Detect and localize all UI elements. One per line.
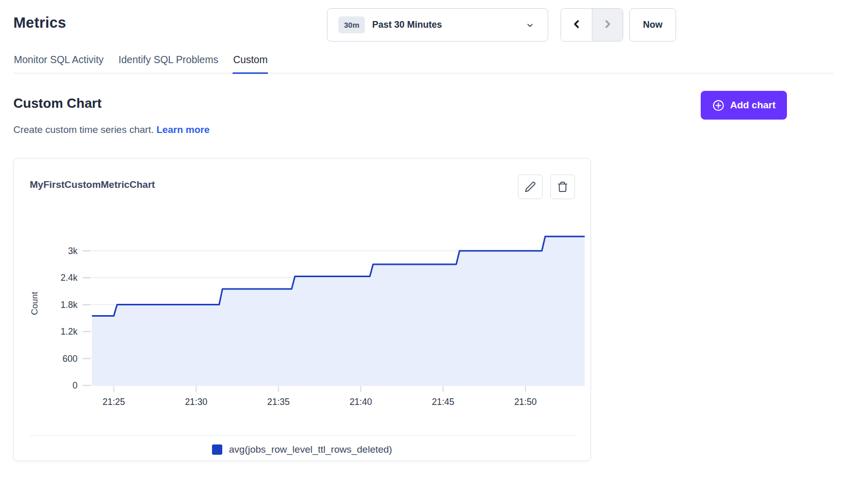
- x-tick-label: 21:35: [267, 397, 290, 407]
- x-tick-label: 21:40: [350, 397, 372, 407]
- section-title: Custom Chart: [13, 95, 102, 111]
- y-tick-label: 1.2k: [61, 326, 78, 337]
- tab-identify-sql-problems[interactable]: Identify SQL Problems: [118, 52, 219, 73]
- edit-chart-button[interactable]: [518, 175, 543, 199]
- metrics-page: Metrics 30m Past 30 Minutes Now Monitor …: [0, 0, 847, 504]
- legend-swatch: [212, 444, 222, 455]
- chevron-left-icon: [570, 18, 583, 32]
- add-chart-button[interactable]: Add chart: [701, 91, 787, 120]
- y-tick-label: 2.4k: [61, 273, 78, 283]
- x-tick-label: 21:50: [514, 397, 537, 407]
- previous-range-button[interactable]: [561, 9, 592, 41]
- trash-icon: [557, 181, 568, 192]
- chart-legend: avg(jobs_row_level_ttl_rows_deleted): [14, 444, 590, 455]
- time-step-button-group: [561, 8, 623, 42]
- x-tick-label: 21:30: [185, 397, 207, 407]
- time-range-label: Past 30 Minutes: [372, 20, 442, 30]
- time-range-badge: 30m: [338, 16, 365, 33]
- chart-title: MyFirstCustomMetricChart: [30, 179, 155, 190]
- card-divider: [30, 435, 575, 436]
- section-description-text: Create custom time series chart.: [13, 124, 153, 135]
- pencil-icon: [525, 181, 536, 192]
- y-tick-label: 0: [72, 380, 78, 391]
- add-chart-label: Add chart: [730, 100, 776, 111]
- now-button[interactable]: Now: [629, 8, 676, 42]
- y-tick-label: 600: [63, 354, 78, 364]
- legend-label: avg(jobs_row_level_ttl_rows_deleted): [229, 444, 392, 455]
- chevron-down-icon: [526, 21, 534, 32]
- y-tick-label: 3k: [68, 246, 78, 256]
- time-range-selector[interactable]: 30m Past 30 Minutes: [327, 8, 548, 42]
- x-tick-label: 21:45: [432, 397, 454, 407]
- tab-monitor-sql-activity[interactable]: Monitor SQL Activity: [13, 52, 104, 73]
- y-tick-label: 1.8k: [61, 300, 78, 310]
- section-description: Create custom time series chart. Learn m…: [13, 124, 209, 135]
- page-title: Metrics: [13, 14, 66, 31]
- next-range-button[interactable]: [592, 9, 623, 41]
- series-line: [92, 237, 585, 316]
- delete-chart-button[interactable]: [550, 175, 575, 199]
- tab-bar: Monitor SQL Activity Identify SQL Proble…: [13, 52, 834, 73]
- x-tick-label: 21:25: [103, 397, 125, 407]
- y-axis-label: Count: [30, 292, 40, 315]
- chart-card: 06001.2k1.8k2.4k3k21:2521:3021:3521:4021…: [13, 158, 591, 461]
- series-area: [92, 237, 585, 385]
- learn-more-link[interactable]: Learn more: [157, 124, 209, 135]
- chart-svg: 06001.2k1.8k2.4k3k21:2521:3021:3521:4021…: [14, 159, 591, 431]
- chevron-right-icon: [602, 18, 614, 32]
- plus-circle-icon: [712, 99, 725, 112]
- tab-custom[interactable]: Custom: [233, 52, 268, 73]
